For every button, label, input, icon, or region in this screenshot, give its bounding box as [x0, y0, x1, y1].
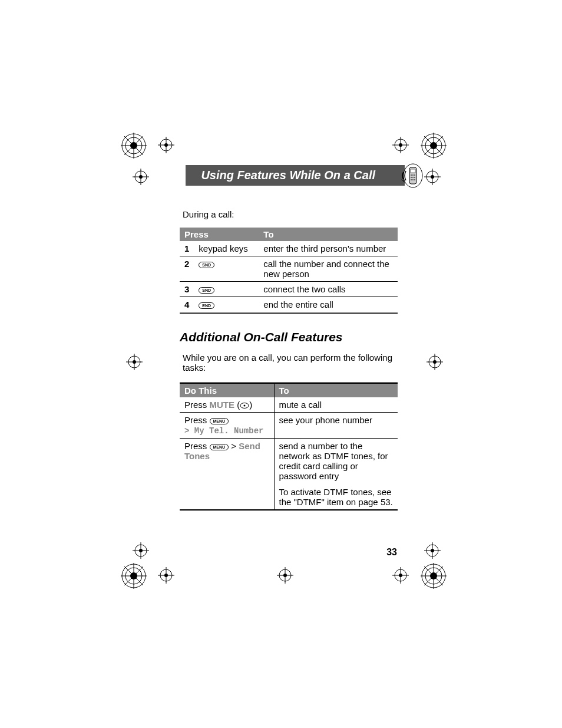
svg-rect-76 [412, 174, 414, 176]
svg-point-63 [164, 574, 168, 577]
table-row: 2 SND call the number and connect the ne… [180, 256, 398, 282]
do-cell: Press MUTE () [180, 397, 274, 413]
svg-rect-83 [414, 179, 415, 180]
do-this-to-table: Do This To Press MUTE () mute a call Pre… [180, 382, 398, 511]
step-number: 1 [180, 241, 194, 256]
step-number: 2 [180, 256, 194, 282]
regmark [392, 567, 409, 584]
to-cell: enter the third person's number [259, 241, 398, 256]
page-title: Using Features While On a Call [201, 169, 375, 182]
svg-point-55 [139, 549, 143, 552]
svg-point-39 [139, 175, 143, 179]
rosette-top-left [121, 133, 147, 159]
regmark [158, 567, 174, 584]
table-row: Press MENU > Send Tones send a number to… [180, 439, 398, 510]
svg-rect-79 [412, 177, 414, 178]
regmark [424, 169, 441, 185]
menu-key-icon: MENU [210, 418, 229, 424]
press-cell: END [194, 297, 259, 313]
regmark [133, 542, 149, 559]
svg-point-59 [431, 549, 434, 552]
mute-key-icon [240, 403, 249, 409]
regmark [133, 169, 149, 185]
menu-path: My Tel. Number [194, 426, 264, 436]
press-cell: keypad keys [194, 241, 259, 256]
svg-rect-78 [411, 177, 412, 178]
rosette-bottom-right [421, 563, 447, 589]
to-cell: see your phone number [274, 413, 398, 439]
svg-rect-75 [411, 174, 412, 176]
page-content: Using Features While On a Call During a … [180, 165, 415, 511]
phone-icon [401, 163, 425, 189]
table-row: Press MENU > My Tel. Number see your pho… [180, 413, 398, 439]
do-cell: Press MENU > My Tel. Number [180, 413, 274, 439]
table-row: 4 END end the entire call [180, 297, 398, 313]
svg-point-35 [399, 143, 402, 147]
table-header-press: Press [180, 228, 259, 241]
table-header-do: Do This [180, 383, 274, 398]
rosette-bottom-left [121, 563, 147, 589]
svg-rect-80 [414, 177, 415, 178]
to-cell: call the number and connect the new pers… [259, 256, 398, 282]
step-number: 4 [180, 297, 194, 313]
table-row: Press MUTE () mute a call [180, 397, 398, 413]
snd-key-icon: SND [199, 262, 214, 268]
press-cell: SND [194, 282, 259, 297]
intro-text: During a call: [183, 209, 415, 219]
to-cell: end the entire call [259, 297, 398, 313]
regmark [277, 567, 293, 584]
svg-point-67 [283, 574, 287, 577]
snd-key-icon: SND [199, 287, 214, 294]
to-cell: connect the two calls [259, 282, 398, 297]
rosette-top-right [421, 133, 447, 159]
to-cell: send a number to the network as DTMF ton… [274, 439, 398, 510]
table-header-to: To [274, 383, 398, 398]
to-cell: mute a call [274, 397, 398, 413]
table-row: 1 keypad keys enter the third person's n… [180, 241, 398, 256]
svg-rect-77 [414, 174, 415, 176]
table-header-to: To [259, 228, 398, 241]
regmark [158, 137, 174, 153]
do-cell: Press MENU > Send Tones [180, 439, 274, 510]
svg-rect-81 [411, 179, 412, 180]
svg-point-51 [433, 360, 437, 364]
regmark [392, 137, 409, 153]
svg-point-71 [399, 574, 402, 577]
menu-key-icon: MENU [210, 444, 229, 450]
svg-rect-74 [411, 169, 415, 173]
svg-point-86 [244, 405, 246, 407]
svg-rect-82 [412, 179, 414, 180]
mute-label: MUTE [210, 400, 235, 410]
section-subtext: While you are on a call, you can perform… [183, 353, 415, 373]
svg-point-43 [431, 175, 434, 179]
end-key-icon: END [199, 302, 214, 309]
page-number: 33 [386, 547, 397, 558]
press-cell: SND [194, 256, 259, 282]
section-heading: Additional On-Call Features [180, 330, 415, 344]
regmark [126, 354, 143, 370]
svg-point-31 [164, 143, 168, 147]
page-header: Using Features While On a Call [186, 165, 405, 186]
press-to-table: Press To 1 keypad keys enter the third p… [180, 228, 398, 314]
regmark [424, 542, 441, 559]
regmark [427, 354, 443, 370]
table-row: 3 SND connect the two calls [180, 282, 398, 297]
step-number: 3 [180, 282, 194, 297]
svg-point-47 [133, 360, 136, 364]
